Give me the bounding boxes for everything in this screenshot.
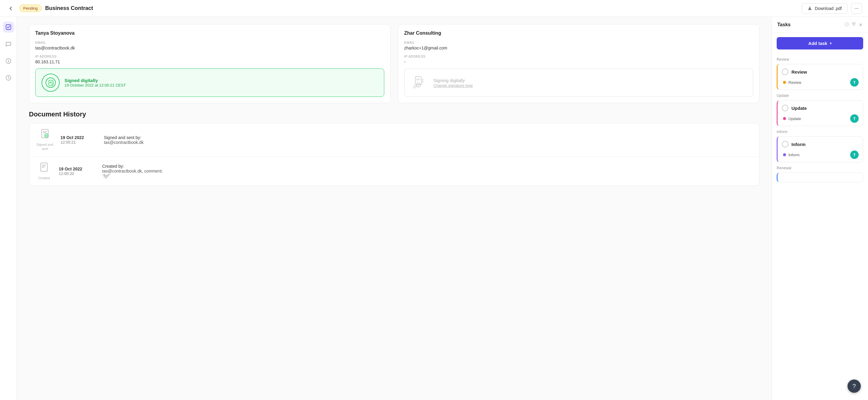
signed-text: Signed digitally: [64, 78, 126, 83]
panel-title: Tasks: [777, 22, 842, 27]
signing-pending-text: Signing digitally: [433, 78, 473, 83]
task-dot-review: [783, 81, 786, 84]
task-section-renewal: Renewal: [777, 166, 863, 170]
task-card-review: Review Review T: [777, 64, 863, 90]
back-button[interactable]: [6, 4, 16, 13]
svg-point-3: [46, 78, 56, 87]
history-date-1: 19 Oct 2022 12:00:20: [59, 167, 95, 176]
task-card-update: Update Update T: [777, 100, 863, 126]
history-icon-label-1: Created: [38, 176, 50, 180]
svg-point-6: [416, 83, 421, 87]
task-sub-label-review: Review: [788, 80, 848, 85]
signatory-card-2: Zhar Consulting Email zharkoc+1@gmail.co…: [398, 24, 760, 103]
signing-pending-box: Signing digitally Change signature type: [404, 68, 753, 97]
add-task-button[interactable]: Add task ▾: [777, 37, 863, 50]
signatory-name-2: Zhar Consulting: [404, 30, 753, 36]
more-options-button[interactable]: ···: [851, 3, 862, 14]
task-dot-inform: [783, 153, 786, 156]
created-icon: [39, 162, 49, 175]
help-button[interactable]: ?: [847, 379, 861, 393]
task-checkbox-inform[interactable]: [782, 141, 788, 147]
task-name-update: Update: [792, 106, 807, 111]
history-desc-1: Created by: tas@contractbook.dk, comment…: [102, 164, 163, 178]
panel-header: Tasks ⓘ ✕: [772, 17, 868, 33]
task-avatar-inform: T: [850, 150, 859, 159]
task-section-inform: Inform: [777, 130, 863, 134]
history-list: Signed andsent 19 Oct 2022 12:00:21 Sign…: [29, 123, 760, 186]
history-icon-created: Created: [36, 162, 52, 180]
task-card-renewal-placeholder: [777, 173, 863, 182]
top-bar: Pending Business Contract Download .pdf …: [0, 0, 868, 17]
content-area: Tanya Stoyanova Email tas@contractbook.d…: [17, 17, 772, 400]
sidebar-history-icon[interactable]: [3, 73, 14, 83]
email-label-2: Email: [404, 41, 753, 44]
left-sidebar: [0, 17, 17, 400]
task-sub-label-inform: Inform: [788, 153, 848, 157]
task-sub-review: Review T: [783, 78, 859, 87]
signing-pending-text-block: Signing digitally Change signature type: [433, 78, 473, 88]
app-container: Pending Business Contract Download .pdf …: [0, 0, 868, 400]
sidebar-tasks-icon[interactable]: [3, 22, 14, 33]
history-date-0: 19 Oct 2022 12:00:21: [61, 135, 97, 144]
task-card-inform-header: Inform: [782, 141, 859, 147]
history-icon-signed: Signed andsent: [36, 129, 53, 151]
chevron-down-icon: ▾: [830, 41, 832, 46]
history-item-1: Created 19 Oct 2022 12:00:20 Created by:…: [29, 157, 759, 185]
task-name-inform: Inform: [792, 142, 806, 147]
task-avatar-update: T: [850, 114, 859, 123]
ip-value-1: 80.163.11.71: [35, 59, 384, 64]
signed-date: 19 October 2022 at 12:00:21 CEST: [64, 83, 126, 87]
panel-filter-button[interactable]: [851, 22, 856, 28]
task-checkbox-review[interactable]: [782, 68, 788, 75]
tasks-scroll: Review Review Review T Update: [772, 54, 868, 400]
task-sub-inform: Inform T: [783, 150, 859, 159]
task-checkbox-update[interactable]: [782, 105, 788, 111]
ip-label-1: IP Address: [35, 55, 384, 58]
email-value-1: tas@contractbook.dk: [35, 46, 384, 50]
signed-sent-icon: [40, 129, 50, 141]
signed-text-block: Signed digitally 19 October 2022 at 12:0…: [64, 78, 126, 87]
doc-history-title: Document History: [29, 110, 760, 118]
status-badge: Pending: [19, 4, 41, 12]
panel-actions: ✕: [851, 22, 863, 28]
tasks-panel: Tasks ⓘ ✕ Add task ▾ Review: [772, 17, 868, 400]
task-section-update: Update: [777, 93, 863, 98]
download-button[interactable]: Download .pdf: [802, 3, 847, 13]
sidebar-info-icon[interactable]: [3, 56, 14, 66]
signing-pending-icon: [410, 74, 429, 92]
task-avatar-review: T: [850, 78, 859, 87]
history-desc-0: Signed and sent by: tas@contractbook.dk: [104, 135, 144, 145]
task-card-update-header: Update: [782, 105, 859, 111]
signatories-row: Tanya Stoyanova Email tas@contractbook.d…: [29, 24, 760, 103]
signatory-card-1: Tanya Stoyanova Email tas@contractbook.d…: [29, 24, 391, 103]
signed-box: Signed digitally 19 October 2022 at 12:0…: [35, 68, 384, 97]
svg-rect-10: [41, 163, 47, 171]
history-item-0: Signed andsent 19 Oct 2022 12:00:21 Sign…: [29, 123, 759, 157]
email-label-1: Email: [35, 41, 384, 44]
task-sub-update: Update T: [783, 114, 859, 123]
email-value-2: zharkoc+1@gmail.com: [404, 46, 753, 50]
main-layout: Tanya Stoyanova Email tas@contractbook.d…: [0, 17, 868, 400]
change-signature-type-link[interactable]: Change signature type: [433, 83, 473, 88]
task-sub-label-update: Update: [788, 116, 848, 121]
task-section-review: Review: [777, 57, 863, 61]
page-title: Business Contract: [45, 5, 798, 11]
task-card-review-header: Review: [782, 68, 859, 75]
panel-info-icon: ⓘ: [845, 22, 849, 27]
panel-close-button[interactable]: ✕: [859, 22, 863, 28]
svg-point-9: [44, 134, 48, 137]
ip-label-2: IP Address: [404, 55, 753, 58]
task-name-review: Review: [792, 69, 807, 75]
signed-digitally-icon: [41, 74, 60, 92]
sidebar-comments-icon[interactable]: [3, 38, 14, 50]
download-icon: [807, 6, 812, 11]
ip-value-2: -: [404, 59, 753, 64]
task-dot-update: [783, 117, 786, 120]
document-history-section: Document History: [29, 110, 760, 186]
svg-rect-5: [415, 77, 421, 84]
task-card-inform: Inform Inform T: [777, 136, 863, 162]
history-icon-label-0: Signed andsent: [36, 142, 53, 151]
signatory-name-1: Tanya Stoyanova: [35, 30, 384, 36]
